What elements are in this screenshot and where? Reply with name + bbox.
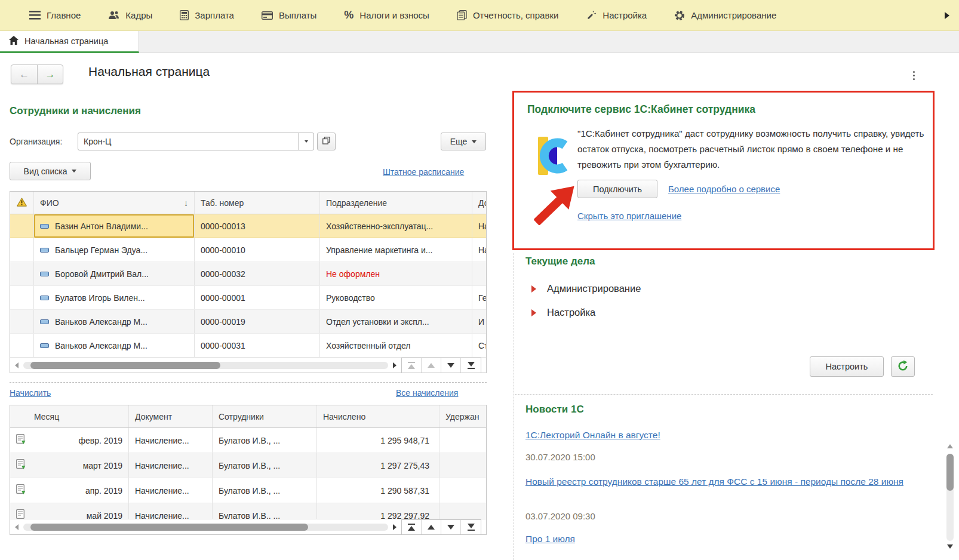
column-header-department[interactable]: Подразделение — [320, 192, 472, 214]
accrual-row[interactable]: февр. 2019 Начисление... Булатов И.В., .… — [10, 428, 486, 453]
go-down-button[interactable] — [441, 358, 461, 373]
main-menu-bar: Главное Кадры Зарплата Выплаты % Налоги … — [0, 0, 959, 31]
menu-item-main[interactable]: Главное — [16, 0, 94, 30]
all-accruals-link[interactable]: Все начисления — [396, 388, 458, 398]
view-list-label: Вид списка — [24, 167, 67, 176]
gear-icon — [674, 10, 685, 21]
news-vscrollbar-track[interactable] — [946, 454, 954, 541]
employee-row[interactable]: Боровой Дмитрий Вал... 0000-00032 Не офо… — [10, 262, 486, 286]
scroll-left-icon[interactable] — [15, 524, 19, 530]
employee-row[interactable]: Базин Антон Владими... 0000-00013 Хозяйс… — [10, 214, 486, 238]
task-item-administration[interactable]: Администрирование — [531, 283, 641, 294]
connect-button[interactable]: Подключить — [577, 180, 657, 198]
employee-row[interactable]: Булатов Игорь Вилен... 0000-00001 Руково… — [10, 286, 486, 310]
employees-table: ФИО↓ Таб. номер Подразделение До Базин А… — [10, 191, 487, 373]
employees-row-nav — [401, 358, 481, 373]
column-header-employees[interactable]: Сотрудники — [213, 405, 317, 427]
employee-row[interactable]: Ваньков Александр М... 0000-00031 Хозяйс… — [10, 334, 486, 358]
menu-item-reports[interactable]: Отчетность, справки — [443, 0, 572, 30]
accrue-link[interactable]: Начислить — [10, 388, 51, 398]
task-item-settings[interactable]: Настройка — [531, 307, 595, 318]
column-header-month[interactable]: Месяц — [10, 405, 129, 427]
accruals-row-nav — [401, 519, 481, 535]
menu-item-settings[interactable]: Настройка — [572, 0, 660, 30]
history-nav: ← → — [11, 64, 63, 84]
menu-item-taxes[interactable]: % Налоги и взносы — [330, 0, 443, 30]
go-first-button[interactable] — [402, 520, 422, 534]
sort-desc-icon: ↓ — [184, 198, 188, 208]
employee-marker-icon — [40, 343, 49, 348]
go-down-button[interactable] — [441, 520, 461, 534]
accrual-row[interactable]: апр. 2019 Начисление... Булатов И.В., ..… — [10, 478, 486, 503]
staffing-schedule-link[interactable]: Штатное расписание — [383, 167, 464, 177]
employee-row[interactable]: Бальцер Герман Эдуа... 0000-00010 Управл… — [10, 238, 486, 262]
scroll-up-icon[interactable] — [947, 444, 953, 448]
menu-item-administration[interactable]: Администрирование — [660, 0, 790, 30]
document-icon — [16, 509, 26, 519]
triangle-bullet-icon — [531, 309, 536, 316]
employee-marker-icon — [40, 296, 49, 300]
go-up-button[interactable] — [422, 520, 441, 534]
employee-row[interactable]: Ваньков Александр М... 0000-00019 Отдел … — [10, 310, 486, 334]
tab-home[interactable]: Начальная страница — [0, 31, 139, 53]
accrual-row[interactable]: май 2019 Начисление... Булатов И.В., ...… — [10, 503, 486, 519]
forward-button[interactable]: → — [37, 65, 63, 84]
go-up-button[interactable] — [422, 358, 441, 373]
accruals-hscrollbar — [10, 519, 486, 534]
scroll-down-icon[interactable] — [947, 544, 953, 549]
news-date: 03.07.2020 09:30 — [525, 511, 595, 521]
service-invitation-box: Подключите сервис 1С:Кабинет сотрудника … — [512, 91, 935, 250]
scroll-left-icon[interactable] — [15, 362, 19, 368]
app-window: Главное Кадры Зарплата Выплаты % Налоги … — [0, 0, 959, 560]
go-last-button[interactable] — [461, 358, 481, 373]
more-options-button[interactable] — [909, 68, 918, 82]
document-posted-icon — [16, 459, 26, 472]
news-link[interactable]: Новый реестр сотрудников старше 65 лет д… — [525, 474, 920, 489]
news-vscrollbar-thumb[interactable] — [946, 454, 954, 491]
menu-label: Выплаты — [279, 10, 316, 20]
scrollbar-thumb[interactable] — [30, 524, 308, 531]
column-header-accrued[interactable]: Начислено — [317, 405, 439, 427]
scrollbar-track[interactable] — [23, 524, 388, 531]
column-header-document[interactable]: Документ — [129, 405, 213, 427]
column-header-fio[interactable]: ФИО↓ — [34, 192, 195, 214]
menu-item-salary[interactable]: Зарплата — [166, 0, 248, 30]
organization-field[interactable]: Крон-Ц — [78, 133, 314, 150]
column-header-position[interactable]: До — [472, 192, 486, 214]
configure-button[interactable]: Настроить — [810, 356, 884, 377]
scroll-right-icon[interactable] — [393, 362, 396, 368]
scrollbar-track[interactable] — [23, 362, 388, 369]
employees-more-button[interactable]: Еще — [441, 133, 486, 150]
organization-choose-button[interactable] — [317, 133, 336, 150]
news-link[interactable]: 1С:Лекторий Онлайн в августе! — [525, 427, 920, 442]
warning-column-header[interactable] — [10, 192, 34, 214]
service-details-link[interactable]: Более подробно о сервисе — [668, 184, 780, 194]
organization-dropdown-button[interactable] — [298, 133, 313, 150]
back-button[interactable]: ← — [11, 65, 37, 84]
employee-marker-icon — [40, 319, 49, 324]
go-first-button[interactable] — [402, 358, 422, 373]
menu-item-hr[interactable]: Кадры — [94, 0, 166, 30]
accrual-row[interactable]: март 2019 Начисление... Булатов И.В., ..… — [10, 453, 486, 478]
arrow-right-icon: → — [45, 69, 56, 81]
column-header-tab-number[interactable]: Таб. номер — [195, 192, 320, 214]
warning-icon — [17, 198, 27, 208]
menu-item-payments[interactable]: Выплаты — [248, 0, 330, 30]
people-icon — [108, 11, 119, 20]
chevron-down-icon — [472, 140, 477, 143]
view-list-button[interactable]: Вид списка — [10, 162, 91, 180]
scrollbar-thumb[interactable] — [30, 362, 220, 369]
scroll-right-icon[interactable] — [393, 524, 396, 530]
triangle-bullet-icon — [531, 285, 536, 293]
news-link[interactable]: Про 1 июля — [525, 531, 920, 546]
menu-label: Отчетность, справки — [473, 10, 558, 20]
hide-invitation-link[interactable]: Скрыть это приглашение — [577, 211, 681, 221]
go-last-button[interactable] — [461, 520, 481, 534]
service-description: "1С:Кабинет сотрудника" даст сотруднику … — [577, 126, 931, 173]
news-date: 30.07.2020 15:00 — [525, 452, 595, 462]
refresh-button[interactable] — [891, 356, 915, 377]
column-header-withheld[interactable]: Удержан — [439, 405, 486, 427]
menu-overflow-button[interactable] — [931, 0, 959, 30]
menu-label: Кадры — [125, 10, 152, 20]
refresh-icon — [897, 360, 909, 374]
